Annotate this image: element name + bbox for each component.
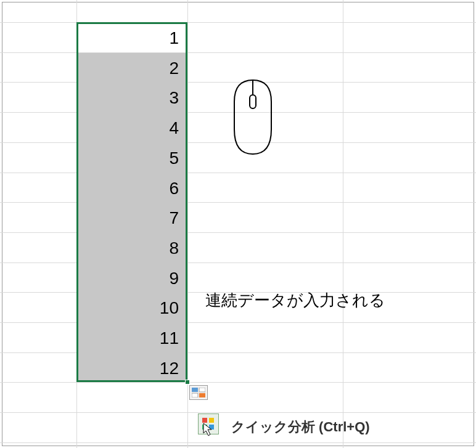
svg-rect-1 xyxy=(250,95,256,108)
svg-rect-3 xyxy=(199,388,205,392)
quick-analysis-tooltip: クイック分析 (Ctrl+Q) xyxy=(231,418,370,436)
selection-border[interactable] xyxy=(76,22,187,382)
svg-rect-4 xyxy=(192,393,198,397)
svg-rect-2 xyxy=(192,388,198,392)
mouse-icon xyxy=(225,74,281,163)
spreadsheet-grid[interactable]: 123456789101112 xyxy=(0,0,476,448)
cursor-arrow-icon xyxy=(202,422,215,439)
autofill-options-button[interactable] xyxy=(189,385,208,400)
fill-handle[interactable] xyxy=(185,380,190,385)
gridlines xyxy=(0,0,476,448)
annotation-text: 連続データが入力される xyxy=(205,290,385,311)
svg-rect-5 xyxy=(199,393,205,397)
